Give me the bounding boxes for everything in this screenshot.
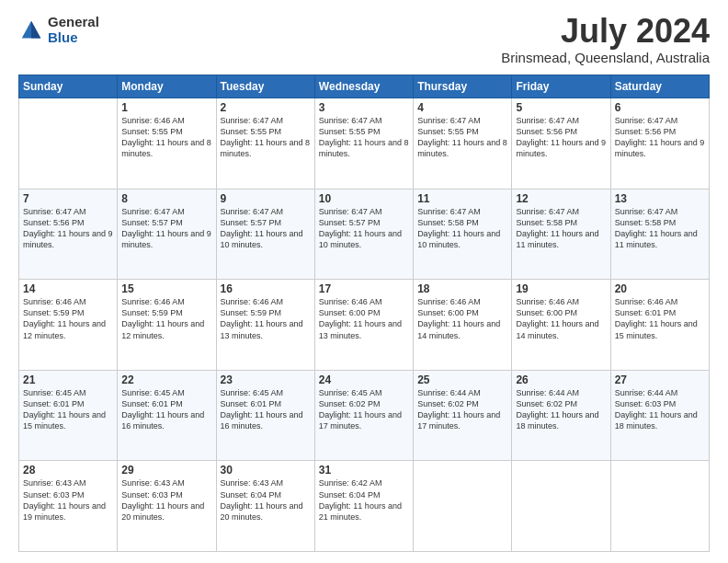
day-cell [512,461,610,552]
day-info: Sunrise: 6:42 AM Sunset: 6:04 PM Dayligh… [319,477,409,523]
day-cell: 29Sunrise: 6:43 AM Sunset: 6:03 PM Dayli… [118,461,216,552]
day-cell: 26Sunrise: 6:44 AM Sunset: 6:02 PM Dayli… [512,370,610,461]
day-info: Sunrise: 6:45 AM Sunset: 6:02 PM Dayligh… [319,387,409,432]
day-number: 9 [221,192,311,205]
day-cell: 20Sunrise: 6:46 AM Sunset: 6:01 PM Dayli… [610,280,709,371]
day-cell: 30Sunrise: 6:43 AM Sunset: 6:04 PM Dayli… [216,461,314,552]
day-number: 15 [121,282,211,295]
day-info: Sunrise: 6:43 AM Sunset: 6:04 PM Dayligh… [221,477,311,523]
day-cell [610,461,709,552]
day-info: Sunrise: 6:46 AM Sunset: 6:01 PM Dayligh… [615,296,705,341]
logo-blue: Blue [48,30,99,46]
day-number: 13 [615,192,705,205]
day-number: 31 [319,464,409,477]
day-info: Sunrise: 6:44 AM Sunset: 6:02 PM Dayligh… [417,387,507,432]
day-number: 21 [23,373,113,386]
day-number: 29 [121,464,211,477]
day-cell: 5Sunrise: 6:47 AM Sunset: 5:56 PM Daylig… [512,98,610,190]
day-number: 6 [615,101,705,114]
day-number: 16 [221,282,311,295]
day-number: 5 [516,101,606,114]
day-number: 7 [23,192,113,205]
header-cell-thursday: Thursday [414,75,512,98]
day-number: 23 [221,373,311,386]
day-cell: 12Sunrise: 6:47 AM Sunset: 5:58 PM Dayli… [512,189,610,280]
day-number: 27 [615,373,705,386]
day-info: Sunrise: 6:47 AM Sunset: 5:58 PM Dayligh… [516,206,606,251]
day-cell: 18Sunrise: 6:46 AM Sunset: 6:00 PM Dayli… [414,280,512,371]
week-row-3: 14Sunrise: 6:46 AM Sunset: 5:59 PM Dayli… [19,280,710,371]
day-info: Sunrise: 6:47 AM Sunset: 5:55 PM Dayligh… [221,115,311,160]
day-number: 18 [417,282,507,295]
day-cell: 23Sunrise: 6:45 AM Sunset: 6:01 PM Dayli… [216,370,314,461]
day-number: 14 [23,282,113,295]
day-number: 19 [516,282,606,295]
day-number: 30 [221,464,311,477]
header-cell-saturday: Saturday [610,75,709,98]
day-cell: 25Sunrise: 6:44 AM Sunset: 6:02 PM Dayli… [414,370,512,461]
header: General Blue July 2024 Brinsmead, Queens… [18,15,710,65]
day-number: 28 [23,464,113,477]
day-cell: 28Sunrise: 6:43 AM Sunset: 6:03 PM Dayli… [19,461,118,552]
day-cell: 31Sunrise: 6:42 AM Sunset: 6:04 PM Dayli… [314,461,413,552]
svg-marker-1 [31,20,40,38]
day-number: 11 [417,192,507,205]
title-area: July 2024 Brinsmead, Queensland, Austral… [501,15,710,65]
day-info: Sunrise: 6:45 AM Sunset: 6:01 PM Dayligh… [221,387,311,432]
logo-text: General Blue [48,15,99,45]
day-info: Sunrise: 6:47 AM Sunset: 5:56 PM Dayligh… [23,206,113,251]
day-info: Sunrise: 6:43 AM Sunset: 6:03 PM Dayligh… [121,477,211,523]
day-info: Sunrise: 6:43 AM Sunset: 6:03 PM Dayligh… [23,477,113,523]
day-number: 3 [319,101,409,114]
header-cell-tuesday: Tuesday [216,75,314,98]
day-info: Sunrise: 6:46 AM Sunset: 6:00 PM Dayligh… [417,296,507,341]
day-cell: 8Sunrise: 6:47 AM Sunset: 5:57 PM Daylig… [118,189,216,280]
day-cell: 7Sunrise: 6:47 AM Sunset: 5:56 PM Daylig… [19,189,118,280]
day-cell: 19Sunrise: 6:46 AM Sunset: 6:00 PM Dayli… [512,280,610,371]
day-info: Sunrise: 6:47 AM Sunset: 5:58 PM Dayligh… [417,206,507,251]
page: General Blue July 2024 Brinsmead, Queens… [0,0,728,563]
day-cell: 17Sunrise: 6:46 AM Sunset: 6:00 PM Dayli… [314,280,413,371]
day-number: 22 [121,373,211,386]
calendar-table: SundayMondayTuesdayWednesdayThursdayFrid… [18,75,710,552]
day-cell: 22Sunrise: 6:45 AM Sunset: 6:01 PM Dayli… [118,370,216,461]
day-info: Sunrise: 6:46 AM Sunset: 5:55 PM Dayligh… [121,115,211,160]
header-cell-wednesday: Wednesday [314,75,413,98]
day-cell: 4Sunrise: 6:47 AM Sunset: 5:55 PM Daylig… [414,98,512,190]
day-info: Sunrise: 6:47 AM Sunset: 5:55 PM Dayligh… [319,115,409,160]
day-cell: 16Sunrise: 6:46 AM Sunset: 5:59 PM Dayli… [216,280,314,371]
day-info: Sunrise: 6:47 AM Sunset: 5:58 PM Dayligh… [615,206,705,251]
day-info: Sunrise: 6:45 AM Sunset: 6:01 PM Dayligh… [121,387,211,432]
day-number: 25 [417,373,507,386]
day-info: Sunrise: 6:44 AM Sunset: 6:02 PM Dayligh… [516,387,606,432]
day-info: Sunrise: 6:46 AM Sunset: 5:59 PM Dayligh… [121,296,211,341]
day-info: Sunrise: 6:47 AM Sunset: 5:57 PM Dayligh… [221,206,311,251]
day-cell: 13Sunrise: 6:47 AM Sunset: 5:58 PM Dayli… [610,189,709,280]
day-info: Sunrise: 6:46 AM Sunset: 5:59 PM Dayligh… [23,296,113,341]
week-row-1: 1Sunrise: 6:46 AM Sunset: 5:55 PM Daylig… [19,98,710,190]
day-cell: 10Sunrise: 6:47 AM Sunset: 5:57 PM Dayli… [314,189,413,280]
logo: General Blue [18,15,99,45]
week-row-4: 21Sunrise: 6:45 AM Sunset: 6:01 PM Dayli… [19,370,710,461]
logo-icon [18,17,44,43]
week-row-2: 7Sunrise: 6:47 AM Sunset: 5:56 PM Daylig… [19,189,710,280]
day-info: Sunrise: 6:46 AM Sunset: 5:59 PM Dayligh… [221,296,311,341]
day-info: Sunrise: 6:47 AM Sunset: 5:57 PM Dayligh… [319,206,409,251]
day-info: Sunrise: 6:47 AM Sunset: 5:56 PM Dayligh… [615,115,705,160]
day-cell: 1Sunrise: 6:46 AM Sunset: 5:55 PM Daylig… [118,98,216,190]
header-cell-sunday: Sunday [19,75,118,98]
location: Brinsmead, Queensland, Australia [501,50,710,65]
day-cell: 9Sunrise: 6:47 AM Sunset: 5:57 PM Daylig… [216,189,314,280]
day-number: 1 [121,101,211,114]
day-number: 8 [121,192,211,205]
header-row: SundayMondayTuesdayWednesdayThursdayFrid… [19,75,710,98]
day-info: Sunrise: 6:44 AM Sunset: 6:03 PM Dayligh… [615,387,705,432]
day-number: 4 [417,101,507,114]
day-number: 20 [615,282,705,295]
day-number: 12 [516,192,606,205]
week-row-5: 28Sunrise: 6:43 AM Sunset: 6:03 PM Dayli… [19,461,710,552]
day-info: Sunrise: 6:46 AM Sunset: 6:00 PM Dayligh… [516,296,606,341]
day-cell: 6Sunrise: 6:47 AM Sunset: 5:56 PM Daylig… [610,98,709,190]
day-number: 10 [319,192,409,205]
month-title: July 2024 [501,15,710,48]
